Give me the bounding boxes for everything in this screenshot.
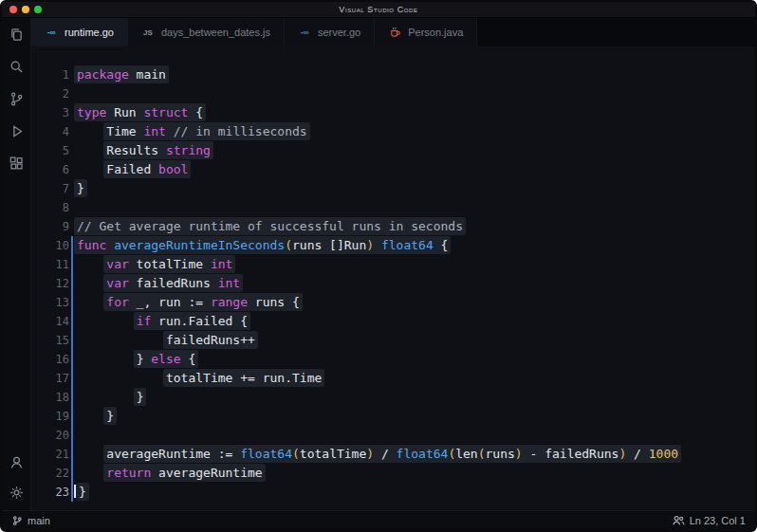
- code-line[interactable]: 7}: [31, 179, 755, 198]
- window-controls: [9, 6, 42, 13]
- tab-label: days_between_dates.js: [161, 27, 270, 38]
- vscode-window: Visual Studio Code -∞runtime.goJSdays_be…: [0, 0, 757, 532]
- code-text: for _, run := range runs {: [74, 293, 303, 312]
- settings-button[interactable]: [6, 484, 27, 504]
- code-text: func averageRuntimeInSeconds(runs []Run)…: [74, 236, 451, 255]
- go-file-icon: -∞: [298, 26, 311, 39]
- code-text: }: [74, 407, 117, 426]
- line-number: 16: [31, 350, 69, 369]
- code-line[interactable]: 23}: [31, 483, 755, 502]
- line-number: 19: [31, 407, 69, 426]
- tab-days_between_dates.js[interactable]: JSdays_between_dates.js: [128, 18, 285, 46]
- tab-server.go[interactable]: -∞server.go: [285, 18, 375, 46]
- code-text: failedRuns++: [74, 331, 258, 350]
- branch-name: main: [28, 515, 50, 526]
- code-line[interactable]: 8: [31, 198, 755, 217]
- account-button[interactable]: [6, 453, 27, 474]
- code-line[interactable]: 4 Time int // in milliseconds: [31, 122, 755, 141]
- code-line[interactable]: 5 Results string: [31, 141, 755, 160]
- search-button[interactable]: [6, 58, 27, 79]
- cursor-position-indicator[interactable]: Ln 23, Col 1: [672, 514, 746, 527]
- code-text: }: [74, 388, 146, 407]
- minimize-button[interactable]: [22, 6, 29, 13]
- line-number: 9: [31, 217, 69, 236]
- activity-bar: [2, 18, 31, 510]
- code-line[interactable]: 15 failedRuns++: [31, 331, 755, 350]
- source-control-button[interactable]: [6, 90, 27, 111]
- close-button[interactable]: [9, 6, 17, 13]
- line-number: 14: [31, 312, 69, 331]
- status-bar: main Ln 23, Col 1: [2, 510, 755, 530]
- code-line[interactable]: 3type Run struct {: [31, 103, 755, 122]
- code-line[interactable]: 21 averageRuntime := float64(totalTime) …: [31, 445, 755, 464]
- line-number: 6: [31, 160, 69, 179]
- line-number: 8: [31, 198, 69, 217]
- code-line[interactable]: 9// Get average runtime of successful ru…: [31, 217, 755, 236]
- line-number: 13: [31, 293, 69, 312]
- code-text: }: [74, 483, 89, 502]
- line-number: 22: [31, 464, 69, 483]
- code-line[interactable]: 14 if run.Failed {: [31, 312, 755, 331]
- zoom-button[interactable]: [34, 6, 42, 13]
- code-text: Time int // in milliseconds: [74, 122, 310, 141]
- branch-indicator[interactable]: main: [11, 515, 50, 526]
- line-number: 18: [31, 388, 69, 407]
- cursor-position: Ln 23, Col 1: [690, 515, 746, 526]
- line-number: 21: [31, 445, 69, 464]
- code-text: totalTime += run.Time: [74, 369, 324, 388]
- accounts-icon: [672, 514, 685, 527]
- settings-icon: [9, 485, 25, 504]
- activity-bar-bottom: [6, 453, 27, 504]
- code-text: Results string: [74, 141, 213, 160]
- line-number: 11: [31, 255, 69, 274]
- extensions-icon: [9, 156, 25, 175]
- code-line[interactable]: 6 Failed bool: [31, 160, 755, 179]
- code-line[interactable]: 2: [31, 84, 755, 103]
- window-title: Visual Studio Code: [2, 5, 755, 14]
- line-number: 5: [31, 141, 69, 160]
- tab-label: runtime.go: [65, 27, 114, 38]
- code-line[interactable]: 20: [31, 426, 755, 445]
- code-lines: 1package main23type Run struct {4 Time i…: [31, 46, 755, 502]
- code-line[interactable]: 18 }: [31, 388, 755, 407]
- line-number: 15: [31, 331, 69, 350]
- code-text: package main: [74, 65, 169, 84]
- branch-icon: [11, 515, 23, 526]
- run-debug-icon: [9, 123, 25, 143]
- code-line[interactable]: 1package main: [31, 65, 755, 84]
- code-line[interactable]: 11 var totalTime int: [31, 255, 755, 274]
- line-number: 4: [31, 122, 69, 141]
- line-number: 20: [31, 426, 69, 445]
- editor[interactable]: 1package main23type Run struct {4 Time i…: [31, 46, 755, 510]
- files-button[interactable]: [6, 26, 27, 46]
- tab-runtime.go[interactable]: -∞runtime.go: [31, 18, 128, 46]
- java-file-icon: [388, 26, 401, 39]
- files-icon: [9, 27, 25, 46]
- title-bar: Visual Studio Code: [2, 2, 755, 18]
- tab-label: Person.java: [408, 27, 463, 38]
- code-line[interactable]: 12 var failedRuns int: [31, 274, 755, 293]
- line-number: 1: [31, 65, 69, 84]
- code-line[interactable]: 17 totalTime += run.Time: [31, 369, 755, 388]
- tab-bar: -∞runtime.goJSdays_between_dates.js-∞ser…: [31, 18, 755, 46]
- line-number: 17: [31, 369, 69, 388]
- code-text: Failed bool: [74, 160, 191, 179]
- tab-Person.java[interactable]: Person.java: [375, 18, 477, 46]
- code-text: var totalTime int: [74, 255, 235, 274]
- code-line[interactable]: 13 for _, run := range runs {: [31, 293, 755, 312]
- code-line[interactable]: 22 return averageRuntime: [31, 464, 755, 483]
- code-text: averageRuntime := float64(totalTime) / f…: [74, 445, 681, 464]
- activity-bar-top: [6, 26, 27, 175]
- code-line[interactable]: 10func averageRuntimeInSeconds(runs []Ru…: [31, 236, 755, 255]
- tab-label: server.go: [318, 27, 360, 38]
- extensions-button[interactable]: [6, 155, 27, 175]
- search-icon: [9, 59, 25, 79]
- code-line[interactable]: 19 }: [31, 407, 755, 426]
- line-number: 2: [31, 84, 69, 103]
- code-text: type Run struct {: [74, 103, 206, 122]
- code-text: if run.Failed {: [74, 312, 250, 331]
- run-debug-button[interactable]: [6, 122, 27, 143]
- code-text: } else {: [74, 350, 198, 369]
- code-line[interactable]: 16 } else {: [31, 350, 755, 369]
- line-number: 10: [31, 236, 69, 255]
